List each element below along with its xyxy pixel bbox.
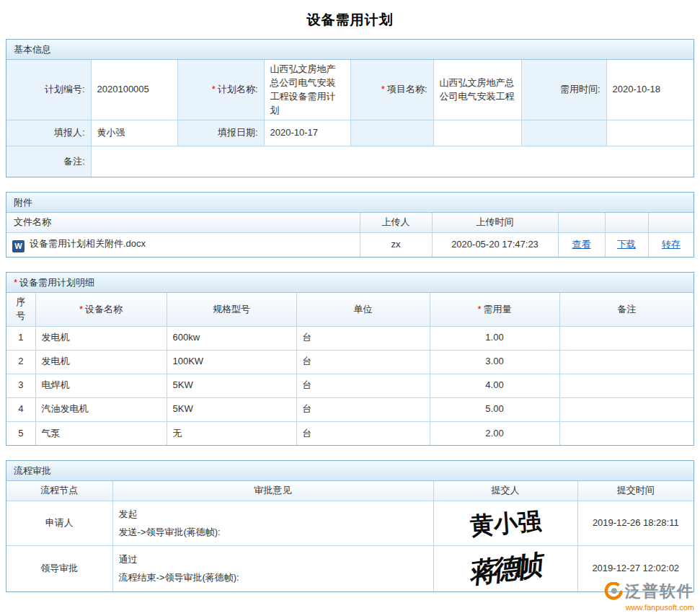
- col-action-2: [605, 213, 648, 232]
- download-link[interactable]: 下载: [617, 239, 636, 250]
- remark-label: 备注:: [6, 146, 91, 177]
- detail-unit: 台: [296, 374, 430, 397]
- attachment-file-cell: W设备需用计划相关附件.docx: [6, 232, 360, 257]
- col-equipment-name: *设备名称: [35, 293, 167, 326]
- fanpu-watermark: 泛普软件 www.fanpusoft.com: [604, 581, 694, 612]
- detail-spec: 100KW: [167, 350, 296, 374]
- detail-row: 5 气泵 无 台 2.00: [6, 421, 694, 445]
- detail-spec: 无: [167, 421, 296, 445]
- detail-remark: [559, 397, 694, 421]
- approval-signature-cell: 蒋德帧: [433, 546, 577, 592]
- empty-value-cell: [433, 120, 521, 146]
- need-time-label: 需用时间:: [521, 60, 606, 120]
- approval-title: 流程审批: [14, 465, 51, 476]
- need-time-value: 2020-10-18: [606, 60, 694, 120]
- approval-row: 领导审批 通过 流程结束->领导审批(蒋德帧): 蒋德帧 2019-12-27 …: [6, 546, 694, 592]
- fanpu-logo-icon: [604, 582, 623, 601]
- approval-section-header: 流程审批: [6, 461, 694, 481]
- col-remark: 备注: [559, 293, 694, 326]
- reporter-value: 黄小强: [91, 120, 177, 146]
- project-name-label: *项目名称:: [350, 60, 433, 120]
- col-flow-node: 流程节点: [6, 481, 112, 501]
- detail-name: 发电机: [35, 326, 167, 350]
- col-spec: 规格型号: [167, 293, 296, 326]
- detail-unit: 台: [296, 326, 430, 350]
- attachment-file-name: 设备需用计划相关附件.docx: [30, 238, 146, 249]
- col-action-3: [648, 213, 694, 232]
- col-action-1: [558, 213, 605, 232]
- col-qty: *需用量: [430, 293, 559, 326]
- attachment-row: W设备需用计划相关附件.docx zx 2020-05-20 17:47:23 …: [6, 232, 694, 257]
- basic-info-title: 基本信息: [14, 44, 51, 55]
- col-seq: 序号: [6, 293, 35, 326]
- signature-image: 蒋德帧: [469, 546, 541, 592]
- col-opinion: 审批意见: [112, 481, 433, 501]
- attachment-uploader: zx: [360, 232, 432, 257]
- approval-table: 流程节点 审批意见 提交人 提交时间 申请人 发起 发送->领导审批(蒋德帧):…: [6, 481, 694, 591]
- project-name-value: 山西弘文房地产总公司电气安装工程: [433, 60, 521, 120]
- attachments-section-header: 附件: [6, 193, 694, 213]
- detail-name: 气泵: [35, 421, 167, 445]
- detail-name: 发电机: [35, 350, 167, 374]
- page-title: 设备需用计划: [0, 0, 700, 39]
- approval-signature-cell: 黄小强: [433, 501, 577, 546]
- approval-opinion: 发起 发送->领导审批(蒋德帧):: [112, 501, 433, 546]
- required-mark: *: [212, 84, 216, 94]
- approval-opinion: 通过 流程结束->领导审批(蒋德帧):: [112, 546, 433, 592]
- watermark-url: www.fanpusoft.com: [604, 603, 694, 612]
- detail-seq: 4: [6, 397, 35, 421]
- transfer-link[interactable]: 转存: [662, 239, 681, 250]
- attachments-title: 附件: [14, 197, 32, 208]
- approval-node: 申请人: [6, 501, 112, 546]
- report-date-value: 2020-10-17: [264, 120, 350, 146]
- report-date-label: 填报日期:: [177, 120, 264, 146]
- approval-row: 申请人 发起 发送->领导审批(蒋德帧): 黄小强 2019-12-26 18:…: [6, 501, 694, 546]
- detail-remark: [559, 421, 694, 445]
- plan-name-value: 山西弘文房地产总公司电气安装工程设备需用计划: [264, 60, 350, 120]
- approval-node: 领导审批: [6, 546, 112, 592]
- detail-spec: 5KW: [167, 397, 296, 421]
- remark-value: [91, 146, 694, 177]
- detail-seq: 3: [6, 374, 35, 397]
- basic-info-table: 计划编号: 2020100005 *计划名称: 山西弘文房地产总公司电气安装工程…: [6, 60, 694, 177]
- detail-unit: 台: [296, 421, 430, 445]
- col-uploader: 上传人: [360, 213, 432, 232]
- detail-seq: 1: [6, 326, 35, 350]
- attachments-section: 附件 文件名称 上传人 上传时间 W设备需用计划相关附件.docx zx 202…: [6, 192, 694, 258]
- view-link[interactable]: 查看: [572, 239, 591, 250]
- detail-unit: 台: [296, 397, 430, 421]
- detail-name: 电焊机: [35, 374, 167, 397]
- basic-info-section-header: 基本信息: [6, 40, 694, 60]
- col-submitter: 提交人: [433, 481, 577, 501]
- detail-qty: 4.00: [430, 374, 559, 397]
- detail-spec: 600kw: [167, 326, 296, 350]
- attachments-table: 文件名称 上传人 上传时间 W设备需用计划相关附件.docx zx 2020-0…: [6, 213, 694, 257]
- detail-row: 3 电焊机 5KW 台 4.00: [6, 374, 694, 397]
- plan-name-label: *计划名称:: [177, 60, 264, 120]
- detail-qty: 2.00: [430, 421, 559, 445]
- detail-row: 4 汽油发电机 5KW 台 5.00: [6, 397, 694, 421]
- approval-time: 2019-12-26 18:28:11: [577, 501, 694, 546]
- word-file-icon: W: [12, 240, 25, 252]
- required-mark: *: [477, 304, 481, 314]
- empty-value-cell: [606, 120, 694, 146]
- detail-qty: 1.00: [430, 326, 559, 350]
- required-mark: *: [381, 84, 385, 94]
- watermark-brand: 泛普软件: [625, 581, 694, 602]
- detail-name: 汽油发电机: [35, 397, 167, 421]
- required-mark: *: [79, 304, 83, 314]
- col-upload-time: 上传时间: [432, 213, 558, 232]
- details-section: *设备需用计划明细 序号 *设备名称 规格型号 单位 *需用量 备注 1 发电机…: [6, 272, 694, 446]
- detail-unit: 台: [296, 350, 430, 374]
- detail-remark: [559, 374, 694, 397]
- col-submit-time: 提交时间: [577, 481, 694, 501]
- required-mark: *: [14, 277, 17, 288]
- detail-seq: 2: [6, 350, 35, 374]
- empty-label-cell: [350, 120, 433, 146]
- plan-no-value: 2020100005: [91, 60, 177, 120]
- detail-qty: 5.00: [430, 397, 559, 421]
- details-title: 设备需用计划明细: [19, 277, 94, 288]
- col-unit: 单位: [296, 293, 430, 326]
- detail-spec: 5KW: [167, 374, 296, 397]
- col-file-name: 文件名称: [6, 213, 360, 232]
